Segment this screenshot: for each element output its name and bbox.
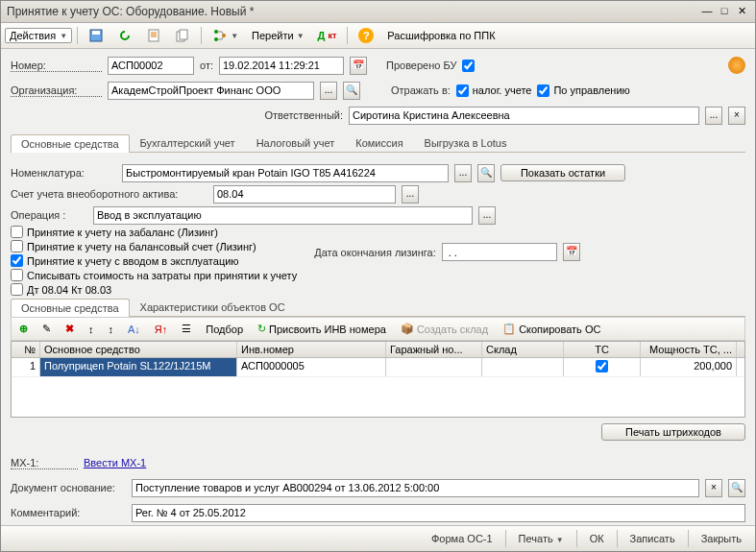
nomen-input[interactable] xyxy=(122,164,449,182)
org-label: Организация: xyxy=(11,84,102,97)
cell-pow[interactable]: 200,000 xyxy=(641,358,737,376)
resp-clear-button[interactable]: × xyxy=(728,107,745,125)
cell-inv[interactable]: АСП0000005 xyxy=(237,358,386,376)
tab-nu[interactable]: Налоговый учет xyxy=(246,133,346,152)
col-pow[interactable]: Мощность ТС, ... xyxy=(641,342,737,357)
print-barcodes-button[interactable]: Печать штрихкодов xyxy=(601,423,745,441)
close-button[interactable]: ✕ xyxy=(734,5,749,18)
tab-os[interactable]: Основные средства xyxy=(11,134,130,153)
move-up-icon[interactable]: ↕ xyxy=(83,321,100,338)
sort-asc-icon[interactable]: A↓ xyxy=(122,321,146,338)
close-button[interactable]: Закрыть xyxy=(695,531,747,546)
cell-n[interactable]: 1 xyxy=(12,358,40,376)
cell-skl[interactable] xyxy=(482,358,564,376)
list-icon[interactable]: ☰ xyxy=(176,320,197,338)
mx1-link[interactable]: Ввести МХ-1 xyxy=(84,457,146,468)
comment-input[interactable] xyxy=(132,504,745,522)
tab-bu[interactable]: Бухгалтерский учет xyxy=(130,133,246,152)
nalog-checkbox-wrap[interactable]: налог. учете xyxy=(456,84,532,97)
account-input[interactable] xyxy=(213,185,396,204)
nalog-checkbox[interactable] xyxy=(456,84,469,97)
chevron-down-icon: ▼ xyxy=(556,536,564,544)
sort-desc-icon[interactable]: Я↑ xyxy=(149,321,173,338)
col-gar[interactable]: Гаражный но... xyxy=(386,342,482,357)
date-input[interactable] xyxy=(219,57,344,75)
toolbar-dtkt-icon[interactable]: Дкт xyxy=(312,27,343,44)
col-inv[interactable]: Инв.номер xyxy=(237,342,386,357)
cb-dt-kt[interactable]: Дт 08.04 Кт 08.03 xyxy=(11,283,297,296)
cell-tc[interactable] xyxy=(564,358,641,376)
doc-base-lookup-button[interactable]: 🔍 xyxy=(728,479,745,497)
goto-button[interactable]: Перейти ▼ xyxy=(246,27,310,44)
nomen-select-button[interactable]: ... xyxy=(454,164,472,182)
help-button[interactable]: ? xyxy=(353,25,379,46)
save-button[interactable]: Записать xyxy=(624,531,681,546)
col-tc[interactable]: ТС xyxy=(564,342,641,357)
col-os[interactable]: Основное средство xyxy=(40,342,237,357)
toolbar-doc-icon[interactable] xyxy=(140,25,167,46)
leasing-date-input[interactable] xyxy=(442,243,557,261)
col-skl[interactable]: Склад xyxy=(482,342,564,357)
toolbar-save-icon[interactable] xyxy=(83,25,110,46)
copy-os-button[interactable]: 📋 Скопировать ОС xyxy=(497,320,606,338)
chevron-down-icon: ▼ xyxy=(231,32,238,40)
org-select-button[interactable]: ... xyxy=(320,82,337,100)
show-balance-button[interactable]: Показать остатки xyxy=(500,164,625,181)
actions-label: Действия xyxy=(10,30,56,41)
checked-bu-checkbox[interactable] xyxy=(462,60,475,72)
subtab-os[interactable]: Основные средства xyxy=(11,299,130,317)
sub-tabs: Основные средства Характеристики объекто… xyxy=(11,298,745,317)
col-n[interactable]: № xyxy=(12,342,40,357)
ok-button[interactable]: ОК xyxy=(584,531,610,546)
upr-checkbox[interactable] xyxy=(537,84,549,97)
create-warehouse-button[interactable]: 📦 Создать склад xyxy=(395,320,494,338)
table-row[interactable]: 1 Полуприцеп Potain SL122/1J215M АСП0000… xyxy=(12,358,744,377)
number-label: Номер: xyxy=(11,60,102,72)
minimize-button[interactable]: — xyxy=(699,5,715,18)
account-select-button[interactable]: ... xyxy=(402,185,419,204)
cb-zabalance[interactable]: Принятие к учету на забаланс (Лизинг) xyxy=(11,226,297,238)
number-input[interactable] xyxy=(108,57,194,75)
resp-select-button[interactable]: ... xyxy=(705,107,722,125)
cell-os[interactable]: Полуприцеп Potain SL122/1J215M xyxy=(40,358,237,376)
chevron-down-icon: ▼ xyxy=(297,32,305,40)
edit-row-icon[interactable]: ✎ xyxy=(37,320,57,338)
select-button[interactable]: Подбор xyxy=(200,321,249,338)
tab-lotus[interactable]: Выгрузка в Lotus xyxy=(414,133,518,152)
maximize-button[interactable]: □ xyxy=(717,5,732,18)
toolbar-refresh-icon[interactable] xyxy=(111,25,138,46)
print-button[interactable]: Печать ▼ xyxy=(513,531,570,546)
doc-base-clear-button[interactable]: × xyxy=(705,479,722,497)
resp-input[interactable] xyxy=(349,107,699,125)
cb-writeoff[interactable]: Списывать стоимость на затраты при приня… xyxy=(11,269,297,281)
main-toolbar: Действия ▼ ▼ Перейти ▼ Дкт ? Расшифровка… xyxy=(1,23,755,49)
cb-exploitation[interactable]: Принятие к учету с вводом в эксплуатацию xyxy=(11,254,297,267)
grid-header: № Основное средство Инв.номер Гаражный н… xyxy=(12,342,744,358)
tab-comm[interactable]: Комиссия xyxy=(345,133,413,152)
subtab-char[interactable]: Характеристики объектов ОС xyxy=(130,298,296,316)
move-down-icon[interactable]: ↕ xyxy=(103,321,120,338)
actions-dropdown[interactable]: Действия ▼ xyxy=(5,28,72,43)
leasing-calendar-icon[interactable]: 📅 xyxy=(563,243,580,261)
delete-row-icon[interactable]: ✖ xyxy=(60,320,80,338)
upr-checkbox-wrap[interactable]: По управлению xyxy=(537,84,629,97)
add-row-icon[interactable]: ⊕ xyxy=(13,320,34,338)
operation-input[interactable] xyxy=(93,206,473,225)
cell-gar[interactable] xyxy=(386,358,482,376)
assign-inv-button[interactable]: ↻ Присвоить ИНВ номера xyxy=(252,320,392,338)
doc-base-input[interactable] xyxy=(132,479,699,497)
nomen-label: Номенклатура: xyxy=(11,167,116,179)
operation-select-button[interactable]: ... xyxy=(478,206,496,225)
org-input[interactable] xyxy=(108,82,314,100)
form-os1-button[interactable]: Форма ОС-1 xyxy=(426,531,499,546)
toolbar-tree-icon[interactable]: ▼ xyxy=(207,25,244,46)
tc-checkbox[interactable] xyxy=(596,360,608,372)
nomen-lookup-button[interactable]: 🔍 xyxy=(477,164,495,182)
status-icon[interactable] xyxy=(728,57,745,74)
cb-balance[interactable]: Принятие к учету на балансовый счет (Лиз… xyxy=(11,240,297,252)
toolbar-copy-icon[interactable] xyxy=(169,25,196,46)
decode-ppk-button[interactable]: Расшифровка по ППК xyxy=(381,27,500,44)
org-lookup-button[interactable]: 🔍 xyxy=(343,82,360,100)
calendar-icon[interactable]: 📅 xyxy=(350,57,367,75)
svg-point-5 xyxy=(214,30,218,34)
